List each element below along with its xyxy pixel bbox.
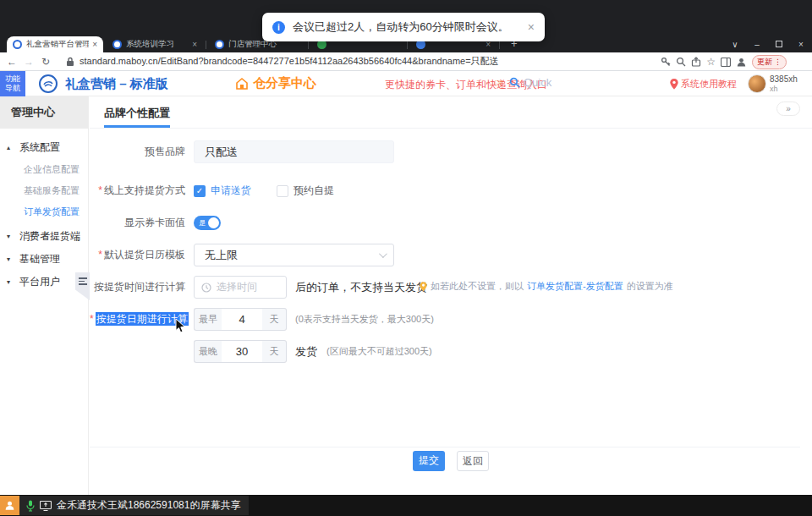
sidebar-item-label: 企业信息配置 [24, 163, 80, 176]
footer-divider [90, 447, 800, 447]
checkbox-selfpickup-label[interactable]: 预约自提 [294, 184, 334, 198]
time-calc-suffix: 后的订单，不支持当天发货 [295, 276, 427, 299]
back-button[interactable]: 返回 [457, 451, 489, 471]
app-body: 管理中心 ▴ 系统配置 企业信息配置 基础服务配置 订单发货配置 ▾ 消费者提货… [0, 96, 812, 495]
form-row-date-calc: *按提货日期进行计算 最早 天 (0表示支持当天发货，最大300天) [90, 308, 812, 331]
minimize-button[interactable]: – [746, 40, 768, 49]
form-row-presale: 预售品牌 [90, 140, 812, 163]
required-marker: * [98, 249, 102, 261]
sidebar-item-consumer-pickup[interactable]: ▾ 消费者提货端 [0, 225, 88, 248]
screen-share-bar: 金禾通技术王斌18662591081的屏幕共享 [0, 495, 812, 516]
tip-pin-icon [420, 282, 427, 292]
bookmark-star-icon[interactable]: ☆ [706, 56, 716, 68]
close-window-button[interactable]: × [790, 40, 812, 49]
sidebar-item-basic-service[interactable]: 基础服务配置 [0, 180, 88, 201]
share-status-chip: 金禾通技术王斌18662591081的屏幕共享 [19, 496, 249, 515]
sidebar-item-basic-management[interactable]: ▾ 基础管理 [0, 248, 88, 271]
active-tab-underline [104, 125, 170, 128]
app-logo [39, 74, 58, 93]
tab-favicon [215, 40, 224, 49]
sidebar-item-label: 基础管理 [19, 252, 60, 266]
form-row-face-value: 显示券卡面值 是 [90, 211, 812, 234]
function-nav-button[interactable]: 功能 导航 [0, 71, 25, 96]
info-icon: i [272, 21, 285, 34]
profile-icon[interactable] [736, 57, 747, 68]
location-pin-icon [670, 79, 678, 90]
clock-icon [201, 283, 211, 293]
share-icon[interactable] [691, 57, 701, 67]
tab-gift-admin[interactable]: 礼盒营销平台管理中心 × [7, 36, 103, 52]
app-header: 功能 导航 礼盒营销 – 标准版 仓分享中心 更快捷的券卡、订单和快递查询入口 … [0, 71, 812, 96]
presale-brand-input[interactable] [194, 140, 394, 163]
tab-close-icon[interactable]: × [92, 40, 97, 49]
time-calc-label: 按提货时间进行计算 [90, 280, 185, 294]
app-title: 礼盒营销 – 标准版 [65, 76, 168, 92]
sidebar-collapse-handle[interactable] [75, 272, 90, 300]
calendar-template-select[interactable]: 无上限 [194, 244, 394, 266]
maximize-icon [776, 41, 782, 47]
latest-addon-label: 最晚 [194, 340, 222, 363]
quick-label: Quick [524, 76, 551, 89]
collapse-panel-button[interactable]: » [776, 102, 800, 116]
sidebar-item-label: 平台用户 [19, 275, 60, 289]
shipping-config-tip: 如若此处不设置，则以订单发货配置-发货配置的设置为准 [420, 280, 673, 293]
sidebar-item-platform-users[interactable]: ▾ 平台用户 [0, 271, 88, 294]
form-row-date-calc-latest: 最晚 天 发货 (区间最大不可超过300天) [90, 340, 812, 363]
time-picker-input[interactable]: 选择时间 [194, 276, 287, 299]
tutorial-label: 系统使用教程 [681, 78, 737, 91]
meeting-toast: i 会议已超过2人，自动转为60分钟限时会议。 × [262, 13, 545, 41]
toast-close-icon[interactable]: × [528, 20, 535, 34]
tab-favicon [112, 40, 122, 49]
tutorial-link[interactable]: 系统使用教程 [670, 78, 737, 91]
caret-down-icon: ▾ [7, 278, 14, 286]
tab-title: 礼盒营销平台管理中心 [26, 39, 89, 50]
share-status-text: 金禾通技术王斌18662591081的屏幕共享 [57, 498, 240, 513]
toast-message: 会议已超过2人，自动转为60分钟限时会议。 [293, 19, 523, 35]
sidebar-item-company-info[interactable]: 企业信息配置 [0, 159, 88, 180]
forward-icon[interactable]: → [20, 56, 37, 68]
chevron-down-icon [379, 250, 387, 258]
presale-brand-label: 预售品牌 [90, 145, 185, 159]
sidebar-item-order-shipping[interactable]: 订单发货配置 [0, 201, 88, 222]
url-text[interactable]: standard.maboy.cn/EditBand?brandcode=844… [80, 55, 638, 68]
user-avatar[interactable] [748, 74, 766, 93]
content-tab-row: 品牌个性配置 » [90, 96, 812, 129]
checkbox-selfpickup-unchecked[interactable] [277, 185, 288, 197]
form-row-calendar: *默认提货日历模板 无上限 [90, 244, 812, 266]
face-value-label: 显示券卡面值 [90, 216, 185, 230]
face-value-toggle-on[interactable]: 是 [194, 216, 221, 230]
maximize-button[interactable] [768, 40, 790, 49]
checkbox-delivery-label[interactable]: 申请送货 [211, 184, 251, 198]
participant-icon-box[interactable] [0, 496, 19, 515]
browser-menu-chevron-icon[interactable]: ∨ [724, 40, 746, 49]
checkbox-delivery-checked[interactable]: ✓ [194, 185, 206, 197]
side-panel-icon[interactable] [721, 58, 731, 67]
share-center-label: 仓分享中心 [253, 75, 316, 91]
earliest-addon-label: 最早 [194, 308, 222, 331]
latest-days-input[interactable] [222, 340, 262, 363]
sidebar-header: 管理中心 [0, 96, 88, 129]
tab-divider [407, 41, 408, 49]
share-center-link[interactable]: 仓分享中心 [235, 75, 316, 91]
nav-toggle-line1: 功能 [5, 74, 20, 84]
date-calc-label: *按提货日期进行计算 [90, 312, 185, 327]
zoom-icon[interactable] [676, 57, 686, 67]
quick-search[interactable]: Quick [509, 76, 551, 89]
tip-link[interactable]: 订单发货配置-发货配置 [527, 280, 623, 293]
earliest-days-input[interactable] [222, 308, 262, 331]
toggle-on-text: 是 [199, 218, 206, 228]
browser-update-button[interactable]: 更新 ⋮ [752, 55, 787, 69]
back-icon[interactable]: ← [3, 56, 20, 68]
tab-training[interactable]: 系统培训学习 × [107, 36, 203, 52]
tab-close-icon[interactable]: × [192, 40, 197, 49]
sidebar-menu: ▴ 系统配置 企业信息配置 基础服务配置 订单发货配置 ▾ 消费者提货端 ▾ 基… [0, 129, 88, 294]
submit-button[interactable]: 提交 [413, 451, 445, 471]
sidebar: 管理中心 ▴ 系统配置 企业信息配置 基础服务配置 订单发货配置 ▾ 消费者提货… [0, 96, 89, 495]
key-icon[interactable] [661, 57, 671, 67]
tab-brand-config[interactable]: 品牌个性配置 [104, 106, 170, 121]
kebab-menu-icon: ⋮ [774, 58, 782, 66]
reload-icon[interactable]: ↻ [37, 56, 54, 68]
hamburger-icon [79, 277, 87, 285]
pointing-hand-icon: ☞ [494, 76, 505, 90]
sidebar-item-system-config[interactable]: ▴ 系统配置 [0, 136, 88, 159]
